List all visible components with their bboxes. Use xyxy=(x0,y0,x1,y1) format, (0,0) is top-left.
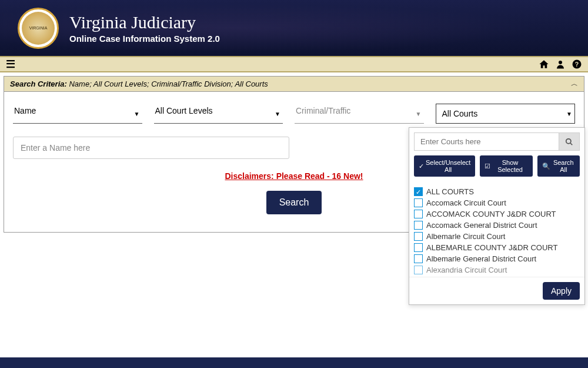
court-item[interactable]: Accomack General District Court xyxy=(414,220,580,231)
checkbox[interactable] xyxy=(414,232,423,241)
footer-bar xyxy=(0,357,588,368)
division-value: Criminal/Traffic xyxy=(296,106,350,115)
courts-selection-panel: ✓Select/Unselect All ☑Show Selected 🔍Sea… xyxy=(409,127,585,305)
show-selected-button[interactable]: ☑Show Selected xyxy=(480,155,532,177)
court-level-value: All Court Levels xyxy=(155,106,213,115)
name-input[interactable] xyxy=(13,137,289,159)
search-criteria-bar[interactable]: Search Criteria: Name; All Court Levels;… xyxy=(4,76,584,92)
court-item[interactable]: Albemarle General District Court xyxy=(414,253,580,264)
court-item[interactable]: ALBEMARLE COUNTY J&DR COURT xyxy=(414,242,580,253)
criteria-values: Name; All Court Levels; Criminal/Traffic… xyxy=(69,79,268,88)
criteria-label: Search Criteria: xyxy=(10,79,67,88)
courts-value: All Courts xyxy=(442,109,478,118)
seal-inner: VIRGINIA xyxy=(22,12,55,45)
court-item[interactable]: ACCOMACK COUNTY J&DR COURT xyxy=(414,208,580,220)
court-list[interactable]: ALL COURTS Accomack Circuit Court ACCOMA… xyxy=(409,183,584,277)
menu-icon[interactable]: ☰ xyxy=(6,58,15,71)
home-icon[interactable] xyxy=(539,59,549,69)
select-unselect-all-button[interactable]: ✓Select/Unselect All xyxy=(414,155,475,177)
caret-down-icon: ▼ xyxy=(134,110,140,117)
search-by-dropdown[interactable]: Name ▼ xyxy=(13,104,142,124)
help-icon[interactable]: ? xyxy=(572,59,582,69)
search-form: Name ▼ All Court Levels ▼ Criminal/Traff… xyxy=(4,92,584,233)
virginia-seal: VIRGINIA xyxy=(18,8,59,49)
checkbox[interactable] xyxy=(414,221,423,230)
court-item[interactable]: Accomack Circuit Court xyxy=(414,197,580,208)
courts-dropdown[interactable]: All Courts ▼ xyxy=(436,104,576,124)
checkbox[interactable] xyxy=(414,210,423,218)
courts-search-button[interactable] xyxy=(559,132,580,151)
user-icon[interactable] xyxy=(555,59,566,69)
disclaimer-link[interactable]: Disclaimers: Please Read - 16 New! xyxy=(225,171,363,181)
checkbox[interactable] xyxy=(414,266,423,274)
toolbar: ☰ ? xyxy=(0,56,588,72)
svg-text:?: ? xyxy=(575,61,579,68)
search-icon xyxy=(565,138,573,146)
check-icon: ☑ xyxy=(485,163,490,170)
checkbox[interactable] xyxy=(414,187,423,196)
caret-down-icon: ▼ xyxy=(275,110,280,117)
division-dropdown[interactable]: Criminal/Traffic ▼ xyxy=(295,104,424,124)
check-icon: ✓ xyxy=(419,163,424,170)
checkbox[interactable] xyxy=(414,243,423,252)
svg-point-3 xyxy=(566,138,571,143)
court-level-dropdown[interactable]: All Court Levels ▼ xyxy=(154,104,283,124)
app-title: Virginia Judiciary xyxy=(69,12,220,32)
search-by-value: Name xyxy=(14,106,36,115)
court-item[interactable]: Albemarle Circuit Court xyxy=(414,231,580,242)
court-item-all[interactable]: ALL COURTS xyxy=(414,186,580,197)
search-all-button[interactable]: 🔍Search All xyxy=(537,155,580,177)
caret-down-icon: ▼ xyxy=(566,111,572,117)
caret-down-icon: ▼ xyxy=(416,110,422,117)
search-button[interactable]: Search xyxy=(266,191,322,214)
svg-line-4 xyxy=(570,142,573,145)
apply-button[interactable]: Apply xyxy=(543,282,580,300)
chevron-up-icon[interactable]: ︿ xyxy=(571,79,578,89)
search-icon: 🔍 xyxy=(542,163,550,170)
app-header: VIRGINIA Virginia Judiciary Online Case … xyxy=(0,0,588,56)
checkbox[interactable] xyxy=(414,198,423,207)
svg-point-0 xyxy=(559,61,562,64)
courts-search-input[interactable] xyxy=(414,132,559,151)
checkbox[interactable] xyxy=(414,254,423,263)
court-item[interactable]: Alexandria Circuit Court xyxy=(414,264,580,276)
app-subtitle: Online Case Information System 2.0 xyxy=(69,34,220,44)
